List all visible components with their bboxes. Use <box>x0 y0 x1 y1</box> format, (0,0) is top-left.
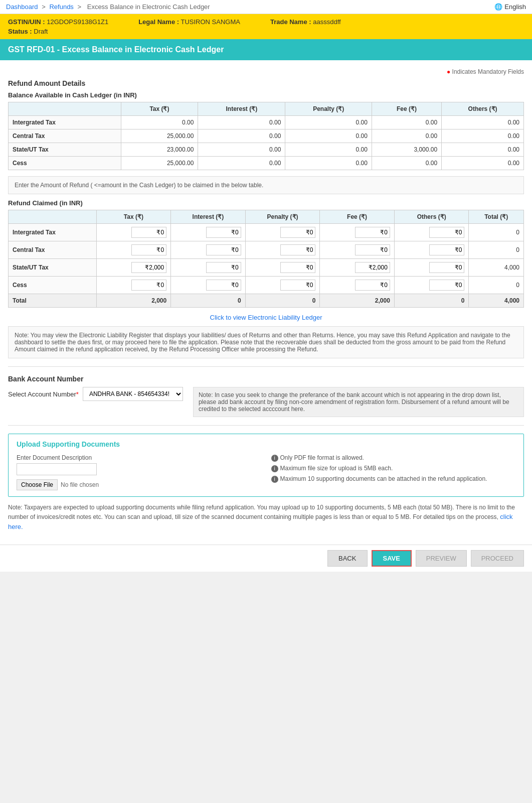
others-input[interactable] <box>429 262 464 273</box>
rc-col-interest: Interest (₹) <box>171 210 246 224</box>
total-total: 4,000 <box>469 294 524 308</box>
fee-input[interactable] <box>355 262 390 273</box>
penalty-input[interactable] <box>280 227 315 238</box>
penalty-input[interactable] <box>280 244 315 255</box>
balance-table: Tax (₹) Interest (₹) Penalty (₹) Fee (₹)… <box>8 102 524 170</box>
trade-name-info: Trade Name : aasssddff <box>270 18 341 26</box>
rc-row-penalty[interactable] <box>245 259 320 277</box>
info-icon: i <box>271 465 278 472</box>
total-penalty: 0 <box>245 294 320 308</box>
info-bar: GSTIN/UIN : 12GDOPS9138G1Z1 Legal Name :… <box>0 14 532 39</box>
penalty-input[interactable] <box>280 280 315 291</box>
breadcrumb-dashboard[interactable]: Dashboard <box>6 3 38 11</box>
view-ledger-container: Click to view Electronic Liability Ledge… <box>8 314 524 321</box>
gstin-info: GSTIN/UIN : 12GDOPS9138G1Z1 <box>8 18 108 26</box>
row-penalty: 0.00 <box>285 143 372 157</box>
total-interest: 0 <box>171 294 246 308</box>
main-content: ● Indicates Mandatory Fields Refund Amou… <box>0 60 532 545</box>
rc-col-empty <box>9 210 97 224</box>
upload-right: iOnly PDF file format is allowed.iMaximu… <box>271 454 516 490</box>
fee-input[interactable] <box>355 227 390 238</box>
table-row: Intergrated Tax 0 <box>9 224 524 241</box>
rc-row-interest[interactable] <box>171 259 246 277</box>
row-fee: 0.00 <box>372 116 441 129</box>
rc-row-fee[interactable] <box>320 224 395 241</box>
fee-input[interactable] <box>355 280 390 291</box>
rc-row-penalty[interactable] <box>245 224 320 241</box>
rc-row-fee[interactable] <box>320 277 395 294</box>
breadcrumb-refunds[interactable]: Refunds <box>49 3 73 11</box>
others-input[interactable] <box>429 227 464 238</box>
row-label: State/UT Tax <box>9 143 121 157</box>
rc-row-tax[interactable] <box>96 259 171 277</box>
interest-input[interactable] <box>206 280 241 291</box>
bank-select-container: Select Account Number* ANDHRA BANK - 854… <box>8 387 183 401</box>
col-header-empty <box>9 102 121 116</box>
top-nav: Dashboard > Refunds > Excess Balance in … <box>0 0 532 14</box>
doc-description-input[interactable] <box>17 463 97 475</box>
rc-row-penalty[interactable] <box>245 277 320 294</box>
page-title: GST RFD-01 - Excess Balance in Electroni… <box>8 45 224 54</box>
row-fee: 3,000.00 <box>372 143 441 157</box>
row-others: 0.00 <box>442 129 524 143</box>
bank-note: Note: In case you seek to change the pre… <box>193 387 524 417</box>
rc-row-penalty[interactable] <box>245 241 320 259</box>
language-selector[interactable]: 🌐 English <box>494 3 526 11</box>
preview-button[interactable]: PREVIEW <box>416 550 467 567</box>
rc-row-others[interactable] <box>394 277 469 294</box>
row-interest: 0.00 <box>198 143 285 157</box>
interest-input[interactable] <box>206 227 241 238</box>
rc-row-interest[interactable] <box>171 224 246 241</box>
language-label: English <box>504 3 526 11</box>
table-row: Cess 25,000.00 0.00 0.00 0.00 0.00 <box>9 157 524 170</box>
bank-title: Bank Account Number <box>8 375 524 383</box>
legal-name-info: Legal Name : TUSIRON SANGMA <box>138 18 240 26</box>
total-row: Total 2,000 0 0 2,000 0 4,000 <box>9 294 524 308</box>
others-input[interactable] <box>429 244 464 255</box>
fee-input[interactable] <box>355 244 390 255</box>
rc-col-tax: Tax (₹) <box>96 210 171 224</box>
rc-col-total: Total (₹) <box>469 210 524 224</box>
rc-row-tax[interactable] <box>96 241 171 259</box>
rc-row-fee[interactable] <box>320 259 395 277</box>
upload-title: Upload Supporting Documents <box>17 440 515 448</box>
upload-note: iMaximum 10 supporting documents can be … <box>271 475 516 483</box>
col-header-fee: Fee (₹) <box>372 102 441 116</box>
rc-row-tax[interactable] <box>96 277 171 294</box>
total-others: 0 <box>394 294 469 308</box>
rc-row-tax[interactable] <box>96 224 171 241</box>
bank-select-label: Select Account Number* <box>8 390 79 398</box>
rc-row-interest[interactable] <box>171 277 246 294</box>
proceed-button[interactable]: PROCEED <box>471 550 524 567</box>
rc-row-fee[interactable] <box>320 241 395 259</box>
view-ledger-link[interactable]: Click to view Electronic Liability Ledge… <box>210 314 322 321</box>
row-label: Intergrated Tax <box>9 116 121 129</box>
save-button[interactable]: SAVE <box>372 550 412 567</box>
interest-input[interactable] <box>206 262 241 273</box>
others-input[interactable] <box>429 280 464 291</box>
table-row: State/UT Tax 23,000.00 0.00 0.00 3,000.0… <box>9 143 524 157</box>
row-penalty: 0.00 <box>285 116 372 129</box>
tax-input[interactable] <box>131 280 166 291</box>
interest-input[interactable] <box>206 244 241 255</box>
rc-row-others[interactable] <box>394 224 469 241</box>
rc-row-label: Intergrated Tax <box>9 224 97 241</box>
rc-row-others[interactable] <box>394 259 469 277</box>
row-penalty: 0.00 <box>285 157 372 170</box>
tax-input[interactable] <box>131 262 166 273</box>
total-fee: 2,000 <box>320 294 395 308</box>
choose-file-button[interactable]: Choose File <box>17 479 58 490</box>
back-button[interactable]: BACK <box>327 550 368 567</box>
rc-row-interest[interactable] <box>171 241 246 259</box>
mandatory-note: ● Indicates Mandatory Fields <box>8 68 524 75</box>
tax-input[interactable] <box>131 227 166 238</box>
refund-amount-title: Refund Amount Details <box>8 79 524 87</box>
footer-bar: BACK SAVE PREVIEW PROCEED <box>0 545 532 572</box>
rc-col-penalty: Penalty (₹) <box>245 210 320 224</box>
breadcrumb: Dashboard > Refunds > Excess Balance in … <box>6 3 212 11</box>
rc-row-others[interactable] <box>394 241 469 259</box>
refund-claimed-table: Tax (₹) Interest (₹) Penalty (₹) Fee (₹)… <box>8 210 524 308</box>
bank-account-select[interactable]: ANDHRA BANK - 854654334! <box>83 387 183 401</box>
penalty-input[interactable] <box>280 262 315 273</box>
tax-input[interactable] <box>131 244 166 255</box>
